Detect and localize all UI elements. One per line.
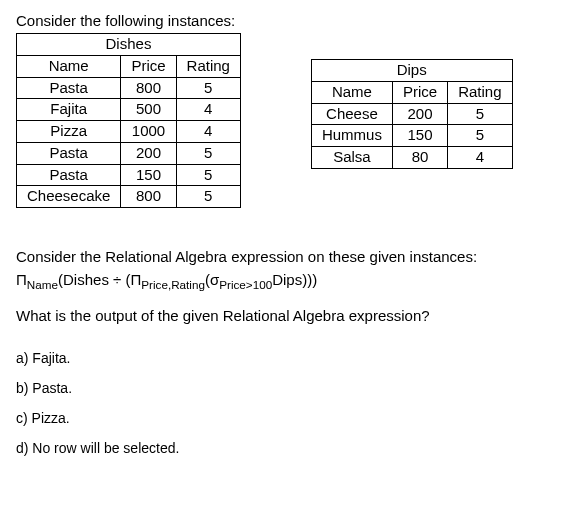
expr-text: Dips))) (272, 271, 317, 288)
dips-wrap: Dips Name Price Rating Cheese 200 5 Humm… (311, 59, 513, 169)
sub-price-rating: Price,Rating (141, 278, 205, 291)
cell: Pasta (17, 164, 121, 186)
dips-header-price: Price (392, 81, 447, 103)
cell: 800 (121, 77, 176, 99)
option-b[interactable]: b) Pasta. (16, 380, 559, 396)
cell: 4 (176, 121, 240, 143)
cell: Pasta (17, 77, 121, 99)
cell: 5 (176, 164, 240, 186)
table-row: Pizza 1000 4 (17, 121, 241, 143)
dishes-header-rating: Rating (176, 55, 240, 77)
dishes-header-price: Price (121, 55, 176, 77)
dishes-header-name: Name (17, 55, 121, 77)
cell: 1000 (121, 121, 176, 143)
cell: Salsa (311, 147, 392, 169)
cell: Pasta (17, 142, 121, 164)
cell: 200 (392, 103, 447, 125)
dips-table: Dips Name Price Rating Cheese 200 5 Humm… (311, 59, 513, 169)
cell: 5 (448, 103, 512, 125)
dishes-header-row: Name Price Rating (17, 55, 241, 77)
option-a[interactable]: a) Fajita. (16, 350, 559, 366)
table-row: Pasta 800 5 (17, 77, 241, 99)
pi-symbol: Π (130, 271, 141, 288)
cell: 5 (448, 125, 512, 147)
cell: 5 (176, 142, 240, 164)
dips-title: Dips (311, 60, 512, 82)
ra-expression: ΠName(Dishes ÷ (ΠPrice,Rating(σPrice>100… (16, 271, 559, 291)
dips-header-rating: Rating (448, 81, 512, 103)
cell: Hummus (311, 125, 392, 147)
table-row: Pasta 200 5 (17, 142, 241, 164)
cell: 4 (448, 147, 512, 169)
dips-title-row: Dips (311, 60, 512, 82)
table-row: Fajita 500 4 (17, 99, 241, 121)
dishes-table: Dishes Name Price Rating Pasta 800 5 Faj… (16, 33, 241, 208)
tables-container: Dishes Name Price Rating Pasta 800 5 Faj… (16, 33, 559, 208)
sub-predicate: Price>100 (219, 278, 272, 291)
cell: 500 (121, 99, 176, 121)
table-row: Salsa 80 4 (311, 147, 512, 169)
cell: 200 (121, 142, 176, 164)
sub-name: Name (27, 278, 58, 291)
expression-intro: Consider the Relational Algebra expressi… (16, 248, 559, 265)
pi-symbol: Π (16, 271, 27, 288)
sigma-symbol: σ (210, 271, 219, 288)
dishes-title-row: Dishes (17, 34, 241, 56)
cell: 80 (392, 147, 447, 169)
cell: 4 (176, 99, 240, 121)
table-row: Hummus 150 5 (311, 125, 512, 147)
cell: 5 (176, 77, 240, 99)
cell: Cheese (311, 103, 392, 125)
table-row: Cheese 200 5 (311, 103, 512, 125)
dips-header-row: Name Price Rating (311, 81, 512, 103)
intro-text: Consider the following instances: (16, 12, 559, 29)
dishes-title: Dishes (17, 34, 241, 56)
cell: Fajita (17, 99, 121, 121)
table-row: Cheesecake 800 5 (17, 186, 241, 208)
dips-header-name: Name (311, 81, 392, 103)
option-c[interactable]: c) Pizza. (16, 410, 559, 426)
cell: 800 (121, 186, 176, 208)
options-list: a) Fajita. b) Pasta. c) Pizza. d) No row… (16, 350, 559, 456)
cell: Cheesecake (17, 186, 121, 208)
option-d[interactable]: d) No row will be selected. (16, 440, 559, 456)
cell: 5 (176, 186, 240, 208)
expr-text: (Dishes ÷ ( (58, 271, 130, 288)
cell: 150 (392, 125, 447, 147)
table-row: Pasta 150 5 (17, 164, 241, 186)
cell: 150 (121, 164, 176, 186)
cell: Pizza (17, 121, 121, 143)
question-text: What is the output of the given Relation… (16, 307, 559, 324)
